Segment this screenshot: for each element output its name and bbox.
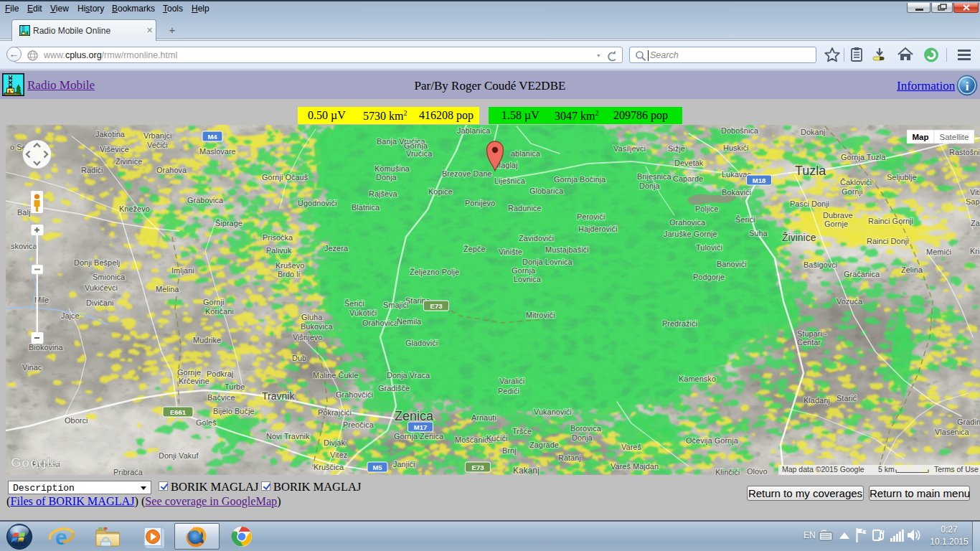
- svg-text:Vukotići: Vukotići: [349, 309, 377, 317]
- svg-text:Olovo: Olovo: [747, 467, 768, 475]
- svg-text:Čaklovići: Čaklovići: [840, 178, 872, 187]
- svg-text:Žepče: Žepče: [463, 245, 486, 253]
- svg-text:Podgorje: Podgorje: [693, 273, 725, 281]
- svg-text:Tuzla: Tuzla: [795, 164, 826, 178]
- svg-text:Gluha: Gluha: [301, 313, 323, 321]
- svg-text:Donja: Donja: [572, 433, 593, 442]
- svg-text:Terms of Use: Terms of Use: [934, 465, 979, 474]
- svg-text:Zase: Zase: [971, 219, 980, 227]
- svg-text:Pasci Donji: Pasci Donji: [790, 199, 829, 208]
- svg-text:Vitin: Vitin: [970, 188, 980, 197]
- svg-text:Jajce: Jajce: [61, 311, 80, 320]
- svg-text:Brezove Dane: Brezove Dane: [442, 169, 492, 178]
- svg-text:Grahovčići: Grahovčići: [336, 390, 373, 399]
- svg-text:Podkraj: Podkraj: [207, 369, 233, 378]
- svg-text:Koričani: Koričani: [205, 307, 234, 316]
- svg-text:Biokovina: Biokovina: [29, 343, 64, 352]
- svg-text:Ugodnovići: Ugodnovići: [298, 199, 336, 207]
- svg-text:Gladovići: Gladovići: [405, 339, 438, 347]
- svg-text:Divjak: Divjak: [324, 438, 345, 447]
- svg-text:Zagrade: Zagrade: [529, 441, 559, 449]
- svg-text:Map data ©2015 Google: Map data ©2015 Google: [782, 465, 864, 474]
- svg-text:Divičani: Divičani: [86, 298, 114, 307]
- svg-text:Brijesnica: Brijesnica: [637, 172, 672, 181]
- svg-text:M17: M17: [414, 423, 427, 431]
- svg-text:Šiprage: Šiprage: [215, 219, 242, 227]
- svg-text:Donji Bešpelj: Donji Bešpelj: [74, 258, 120, 267]
- svg-text:Varalići: Varalići: [499, 377, 524, 385]
- svg-text:Perovići: Perovići: [577, 212, 605, 221]
- svg-text:Balj: Balj: [17, 208, 30, 217]
- svg-text:Gornje: Gornje: [824, 220, 848, 228]
- svg-text:Poljice: Poljice: [695, 204, 718, 213]
- svg-text:Satellite: Satellite: [940, 133, 969, 141]
- svg-text:Janjići: Janjići: [393, 460, 415, 468]
- svg-text:Suha: Suha: [749, 229, 768, 237]
- svg-text:Gornja Zenica: Gornja Zenica: [394, 432, 444, 441]
- svg-text:E661: E661: [170, 408, 187, 416]
- svg-text:Smionica: Smionica: [93, 273, 126, 281]
- svg-text:Blatnica: Blatnica: [352, 203, 380, 212]
- svg-text:Google: Google: [11, 455, 57, 470]
- svg-text:Kučići: Kučići: [486, 434, 507, 443]
- svg-text:Mitrovići: Mitrovići: [526, 311, 555, 319]
- svg-text:Očevija Gornja: Očevija Gornja: [686, 436, 739, 445]
- svg-text:Krčevine: Krčevine: [179, 377, 209, 385]
- svg-text:Borovica: Borovica: [570, 424, 602, 433]
- svg-text:Smajići: Smajići: [383, 301, 408, 309]
- svg-text:Imljani: Imljani: [171, 266, 194, 275]
- svg-text:Devetak: Devetak: [674, 159, 704, 167]
- svg-text:Bašigovci: Bašigovci: [804, 260, 837, 269]
- svg-text:Gornja: Gornja: [512, 266, 536, 275]
- svg-text:Donji Vakuf: Donji Vakuf: [159, 451, 199, 460]
- svg-text:Križ: Križ: [970, 247, 980, 255]
- svg-text:Kladanj: Kladanj: [804, 396, 830, 405]
- svg-text:Vrbanjci: Vrbanjci: [143, 131, 171, 140]
- svg-text:Turbe: Turbe: [225, 382, 245, 391]
- svg-text:skovica: skovica: [11, 242, 38, 250]
- svg-text:Kamensko: Kamensko: [679, 375, 716, 383]
- svg-text:Mudrike: Mudrike: [193, 336, 221, 344]
- svg-text:ablanica: ablanica: [511, 149, 541, 158]
- svg-text:Vozuća: Vozuća: [837, 297, 863, 306]
- svg-text:Pedići: Pedići: [498, 387, 519, 395]
- svg-text:Orahovica: Orahovica: [669, 218, 706, 227]
- svg-text:Bijelo Bučje: Bijelo Bučje: [213, 407, 254, 415]
- svg-text:Komušina: Komušina: [374, 164, 410, 173]
- svg-text:Jakotina: Jakotina: [95, 130, 126, 138]
- svg-text:Goleš: Goleš: [196, 418, 217, 427]
- svg-text:Travnik: Travnik: [262, 390, 295, 402]
- svg-text:Gornja Tuzla: Gornja Tuzla: [841, 153, 886, 161]
- svg-text:Vinac: Vinac: [22, 363, 42, 372]
- svg-text:Gračanica: Gračanica: [844, 270, 880, 278]
- svg-text:M5: M5: [372, 463, 382, 471]
- svg-text:Zenica: Zenica: [395, 409, 434, 423]
- svg-text:Živinice: Živinice: [782, 232, 816, 243]
- svg-text:Gornji: Gornji: [842, 187, 862, 196]
- svg-text:Map: Map: [913, 133, 929, 141]
- svg-text:Vlasenica: Vlasenica: [935, 428, 970, 436]
- svg-text:Liješnica: Liješnica: [494, 176, 526, 185]
- svg-text:Vareš Majdan: Vareš Majdan: [611, 462, 659, 471]
- svg-text:Zelina: Zelina: [901, 265, 923, 274]
- svg-text:Vareš: Vareš: [621, 443, 641, 451]
- svg-text:Višnjevo: Višnjevo: [293, 333, 322, 342]
- svg-text:Maline Čukle: Maline Čukle: [313, 371, 359, 380]
- svg-text:Lovnica: Lovnica: [514, 275, 542, 283]
- svg-text:Rastošnica: Rastošnica: [949, 148, 980, 156]
- svg-text:Arnauti: Arnauti: [471, 413, 496, 422]
- svg-text:Bačvice: Bačvice: [207, 393, 235, 402]
- svg-text:Rainci Gornji: Rainci Gornji: [868, 217, 913, 225]
- svg-text:Bukovica: Bukovica: [301, 322, 334, 331]
- svg-text:Dubrave: Dubrave: [823, 211, 853, 220]
- svg-text:Klinčići: Klinčići: [715, 468, 740, 475]
- svg-text:Dub: Dub: [292, 354, 306, 362]
- svg-text:Oborci: Oborci: [65, 416, 88, 425]
- svg-text:Donja: Donja: [376, 173, 397, 182]
- svg-text:Orahovica: Orahovica: [362, 319, 399, 327]
- svg-text:Gornja Bočinja: Gornja Bočinja: [554, 175, 606, 184]
- svg-text:Brdo li: Brdo li: [278, 270, 300, 278]
- svg-text:Jezera: Jezera: [324, 244, 349, 253]
- svg-text:Gornji Očauš: Gornji Očauš: [262, 173, 308, 182]
- svg-text:Radunice: Radunice: [508, 204, 541, 212]
